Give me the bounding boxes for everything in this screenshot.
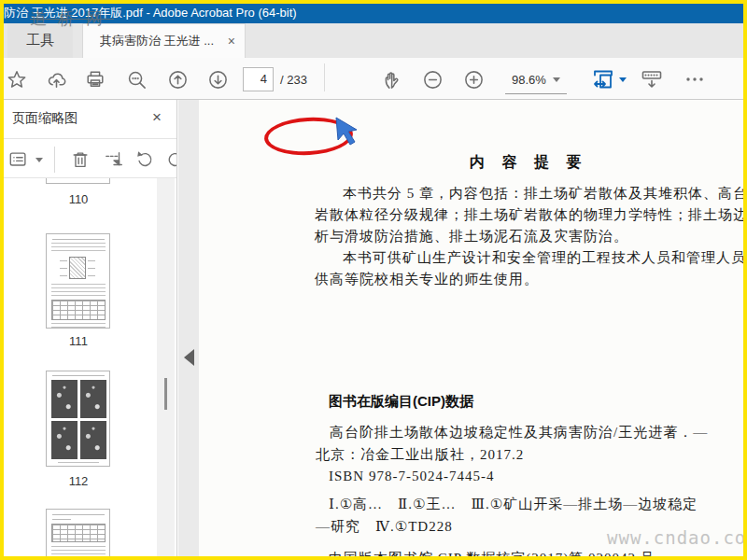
page-total-label: / 233 — [280, 73, 307, 87]
panel-header: 页面缩略图 × — [0, 100, 176, 138]
more-tools-icon[interactable] — [684, 68, 706, 91]
page-number-input[interactable]: 4 — [243, 67, 274, 91]
panel-close-icon[interactable]: × — [152, 108, 162, 127]
thumbnail-label-112: 112 — [46, 474, 111, 488]
site-watermark-top: 道桥网 — [30, 7, 114, 30]
toolbar-separator — [324, 63, 325, 91]
tab-tools-label: 工具 — [26, 32, 54, 49]
panel-title: 页面缩略图 — [12, 110, 78, 127]
zoom-caret-icon[interactable] — [553, 77, 560, 82]
cip-heading: 图书在版编目(CIP)数据 — [329, 393, 473, 411]
favorites-star-icon[interactable] — [6, 68, 28, 91]
document-viewer: 内 容 提 要 本书共分 5 章，内容包括：排土场矿岩散体及其堆积体、高台阶排土… — [178, 100, 747, 560]
zoom-in-icon[interactable] — [462, 68, 485, 91]
zoom-level-value[interactable]: 98.6% — [512, 73, 546, 87]
hand-tool-icon[interactable] — [381, 68, 403, 91]
pdf-page: 内 容 提 要 本书共分 5 章，内容包括：排土场矿岩散体及其堆积体、高台阶排土… — [199, 100, 747, 560]
zoom-underline — [505, 93, 567, 94]
cip-line: ISBN 978-7-5024-7445-4 — [329, 469, 494, 484]
search-icon[interactable] — [125, 68, 148, 91]
panel-scrollbar[interactable] — [157, 178, 175, 560]
print-icon[interactable] — [84, 68, 106, 91]
tab-document-label: 其病害防治 王光进 ... — [100, 33, 214, 49]
thumbnail-page-113[interactable] — [46, 509, 110, 560]
thumbnail-page-111[interactable] — [46, 233, 110, 329]
cip-line: 高台阶排土场散体边坡稳定性及其病害防治/王光进著．— — [330, 424, 708, 441]
fit-width-caret-icon[interactable] — [619, 77, 627, 82]
tab-close-icon[interactable]: × — [228, 34, 235, 49]
site-watermark-bottom: www.cndao.com — [607, 527, 747, 548]
thumbnail-options-caret-icon[interactable] — [35, 158, 43, 162]
thumbnail-options-icon[interactable] — [7, 148, 30, 171]
thumbnail-page-110[interactable] — [46, 178, 110, 184]
main-toolbar: 4 / 233 98.6% — [0, 58, 747, 100]
thumbnails-panel: 页面缩略图 × 110 — [0, 100, 177, 560]
collapse-panel-icon[interactable] — [184, 349, 194, 366]
acrobat-window: 害防治 王光进 2017年版.pdf - Adobe Acrobat Pro (… — [0, 0, 747, 560]
thumbnail-page-112[interactable] — [46, 371, 110, 467]
summary-line: 析与滑坡防治措施、排土场泥石流及灾害防治。 — [315, 228, 628, 245]
thumbnails-list: 110 111 — [0, 178, 177, 560]
next-page-icon[interactable] — [206, 68, 229, 91]
thumbnail-label-110: 110 — [46, 192, 111, 206]
panel-toolbar-separator — [54, 147, 55, 173]
share-upload-icon[interactable] — [45, 68, 67, 91]
summary-line: 岩散体粒径分级规律；排土场矿岩散体的物理力学特性；排土场边坡稳定 — [315, 206, 747, 224]
hide-toolbar-icon[interactable] — [641, 68, 663, 91]
summary-line: 本书可供矿山生产设计和安全管理的工程技术人员和管理人员参考， — [343, 249, 747, 267]
cip-line: Ⅰ.①高… Ⅱ.①王… Ⅲ.①矿山开采—排土场—边坡稳定 — [329, 496, 698, 513]
cip-footer-line: 中国版本图书馆 CIP 数据核字(2017)第 020042 号 — [329, 550, 655, 560]
rotate-right-icon[interactable] — [164, 148, 176, 171]
zoom-out-icon[interactable] — [421, 68, 444, 91]
panel-scrollbar-thumb[interactable] — [164, 378, 167, 410]
summary-line: 本书共分 5 章，内容包括：排土场矿岩散体及其堆积体、高台阶排土 — [343, 185, 747, 203]
crop-page-icon[interactable] — [103, 148, 125, 171]
summary-title: 内 容 提 要 — [470, 153, 587, 173]
fit-width-icon[interactable] — [592, 68, 614, 91]
panel-toolbar — [0, 138, 176, 178]
summary-line: 供高等院校相关专业的师生使用。 — [315, 271, 539, 288]
mouse-cursor-icon — [331, 116, 360, 157]
cip-line: 北京：冶金工业出版社，2017.2 — [316, 446, 524, 464]
thumbnail-label-111: 111 — [46, 334, 111, 348]
rotate-left-icon[interactable] — [134, 148, 156, 171]
cip-line: —研究 Ⅳ.①TD228 — [316, 518, 453, 536]
previous-page-icon[interactable] — [166, 68, 189, 91]
delete-page-icon[interactable] — [69, 148, 92, 171]
